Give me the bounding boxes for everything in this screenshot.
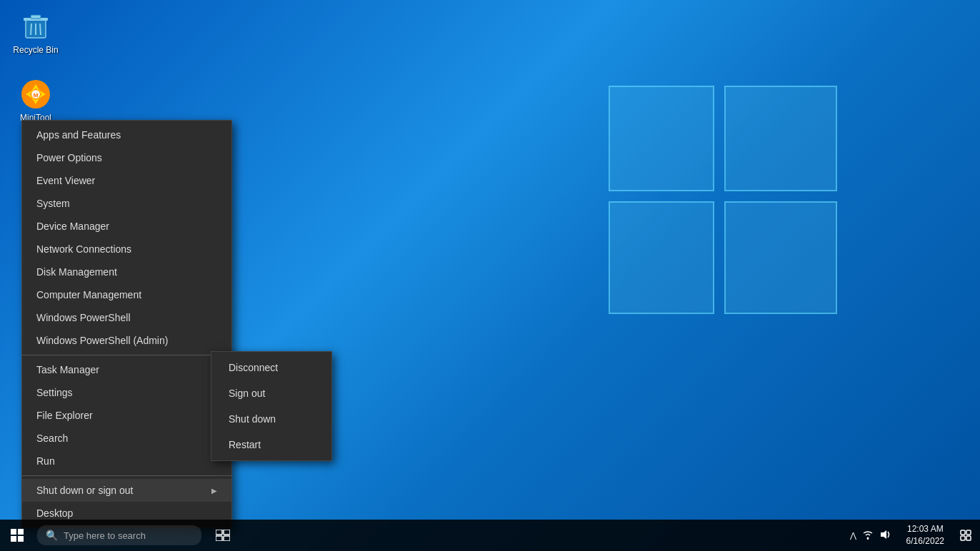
submenu-item-disconnect[interactable]: Disconnect (211, 355, 331, 380)
separator-1 (22, 355, 231, 355)
menu-item-search[interactable]: Search (22, 427, 231, 450)
submenu-item-shut-down[interactable]: Shut down (211, 406, 331, 432)
svg-rect-18 (224, 530, 230, 535)
svg-rect-13 (11, 529, 16, 535)
submenu-shut-down-sign-out: Disconnect Sign out Shut down Restart (211, 351, 332, 461)
menu-item-file-explorer[interactable]: File Explorer (22, 404, 231, 427)
task-view-button[interactable] (207, 520, 239, 551)
search-icon: 🔍 (46, 530, 58, 541)
tray-chevron-icon[interactable]: ⋀ (850, 531, 856, 540)
svg-rect-16 (18, 536, 24, 542)
svg-rect-24 (966, 530, 971, 535)
clock-date: 6/16/2022 (906, 535, 944, 547)
volume-icon[interactable] (879, 530, 891, 542)
minitool-image: M (20, 79, 51, 110)
taskbar: 🔍 Type here to search ⋀ (0, 520, 980, 551)
menu-item-power-options[interactable]: Power Options (22, 146, 231, 169)
svg-rect-15 (11, 536, 16, 542)
svg-rect-19 (216, 536, 222, 541)
recycle-bin-icon[interactable]: Recycle Bin (7, 11, 64, 55)
recycle-bin-label: Recycle Bin (13, 45, 58, 55)
taskbar-search-bar[interactable]: 🔍 Type here to search (37, 525, 201, 545)
menu-item-run[interactable]: Run (22, 450, 231, 472)
menu-item-system[interactable]: System (22, 192, 231, 215)
svg-marker-22 (881, 530, 886, 539)
menu-item-disk-management[interactable]: Disk Management (22, 261, 231, 283)
desktop: Recycle Bin M MiniTool Pa... Apps and Fe… (0, 0, 980, 551)
menu-item-settings[interactable]: Settings (22, 381, 231, 404)
svg-line-5 (40, 24, 41, 35)
context-menu: Apps and Features Power Options Event Vi… (21, 120, 232, 528)
desktop-windows-logo (609, 86, 837, 385)
svg-rect-2 (31, 15, 41, 19)
menu-item-windows-powershell[interactable]: Windows PowerShell (22, 306, 231, 329)
svg-line-3 (31, 24, 31, 35)
chevron-right-icon: ▶ (211, 487, 217, 495)
svg-text:M: M (34, 92, 39, 98)
svg-point-21 (866, 537, 869, 539)
notification-center-button[interactable] (954, 520, 977, 551)
menu-item-shut-down-sign-out[interactable]: Shut down or sign out ▶ (22, 479, 231, 502)
taskbar-clock[interactable]: 12:03 AM 6/16/2022 (901, 520, 950, 551)
menu-item-windows-powershell-admin[interactable]: Windows PowerShell (Admin) (22, 329, 231, 352)
separator-2 (22, 475, 231, 476)
svg-rect-17 (216, 530, 222, 535)
menu-item-event-viewer[interactable]: Event Viewer (22, 169, 231, 192)
taskbar-tray: ⋀ 12:03 AM (844, 520, 980, 551)
clock-time: 12:03 AM (907, 523, 944, 535)
submenu-item-sign-out[interactable]: Sign out (211, 380, 331, 406)
recycle-bin-image (20, 11, 51, 42)
svg-rect-14 (18, 529, 24, 535)
svg-rect-23 (961, 530, 965, 535)
svg-rect-25 (961, 536, 965, 540)
menu-item-network-connections[interactable]: Network Connections (22, 238, 231, 261)
submenu-item-restart[interactable]: Restart (211, 432, 331, 458)
menu-item-task-manager[interactable]: Task Manager (22, 358, 231, 381)
svg-rect-26 (966, 536, 971, 540)
menu-item-device-manager[interactable]: Device Manager (22, 215, 231, 238)
system-tray[interactable]: ⋀ (844, 530, 896, 542)
menu-item-computer-management[interactable]: Computer Management (22, 283, 231, 306)
svg-rect-20 (224, 536, 230, 541)
taskbar-search-placeholder: Type here to search (64, 530, 146, 541)
menu-item-apps-features[interactable]: Apps and Features (22, 123, 231, 146)
network-icon[interactable] (862, 530, 874, 542)
start-button[interactable] (0, 520, 34, 551)
